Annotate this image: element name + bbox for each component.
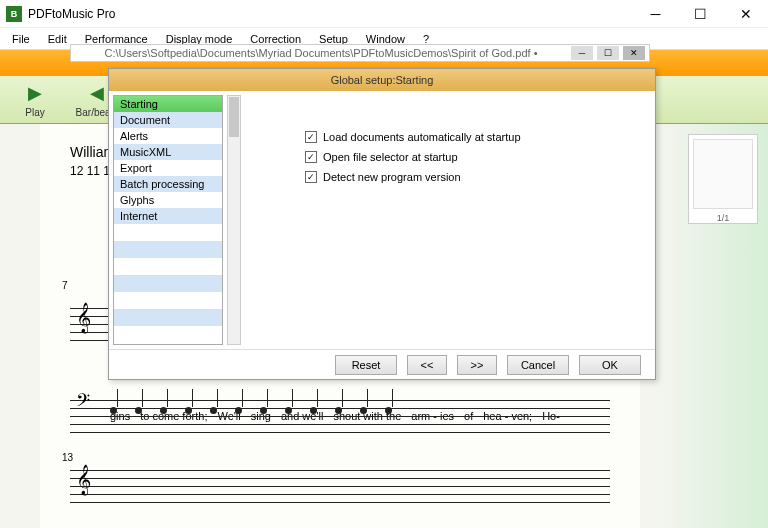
category-list[interactable]: Starting Document Alerts MusicXML Export… <box>113 95 223 345</box>
app-title: PDFtoMusic Pro <box>28 7 115 21</box>
dialog-button-row: Reset << >> Cancel OK <box>109 349 655 379</box>
checkbox-open-selector[interactable]: ✓ <box>305 151 317 163</box>
document-titlebar: C:\Users\Softpedia\Documents\Myriad Docu… <box>70 44 650 62</box>
score-system-3: 13 𝄞 <box>70 460 610 520</box>
app-icon: B <box>6 6 22 22</box>
category-document[interactable]: Document <box>114 112 222 128</box>
label-open-selector: Open file selector at startup <box>323 151 458 163</box>
thumbnail-page-1[interactable] <box>693 139 753 209</box>
menu-file[interactable]: File <box>4 31 38 47</box>
thumbnail-panel: 1/1 <box>688 134 758 224</box>
score-system-2: 𝄢 <box>70 390 610 450</box>
doc-close-button[interactable]: ✕ <box>623 46 645 60</box>
reset-button[interactable]: Reset <box>335 355 397 375</box>
category-musicxml[interactable]: MusicXML <box>114 144 222 160</box>
play-button[interactable]: ▶ Play <box>10 81 60 118</box>
prev-button[interactable]: << <box>407 355 447 375</box>
close-button[interactable]: ✕ <box>723 0 768 28</box>
maximize-button[interactable]: ☐ <box>678 0 723 28</box>
cancel-button[interactable]: Cancel <box>507 355 569 375</box>
document-path: C:\Users\Softpedia\Documents\Myriad Docu… <box>71 47 571 59</box>
category-batch[interactable]: Batch processing <box>114 176 222 192</box>
label-detect-version: Detect new program version <box>323 171 461 183</box>
category-starting[interactable]: Starting <box>114 96 222 112</box>
category-glyphs[interactable]: Glyphs <box>114 192 222 208</box>
minimize-button[interactable]: ─ <box>633 0 678 28</box>
play-label: Play <box>25 107 44 118</box>
next-button[interactable]: >> <box>457 355 497 375</box>
checkbox-load-docs[interactable]: ✓ <box>305 131 317 143</box>
play-icon: ▶ <box>23 81 47 105</box>
label-load-docs: Load documents automatically at startup <box>323 131 521 143</box>
ok-button[interactable]: OK <box>579 355 641 375</box>
category-scrollbar[interactable] <box>227 95 241 345</box>
doc-maximize-button[interactable]: ☐ <box>597 46 619 60</box>
category-export[interactable]: Export <box>114 160 222 176</box>
doc-minimize-button[interactable]: ─ <box>571 46 593 60</box>
global-setup-dialog: Global setup:Starting Starting Document … <box>108 68 656 380</box>
checkbox-detect-version[interactable]: ✓ <box>305 171 317 183</box>
dialog-title: Global setup:Starting <box>109 69 655 91</box>
barbeats-icon: ◀ <box>85 81 109 105</box>
titlebar: B PDFtoMusic Pro ─ ☐ ✕ <box>0 0 768 28</box>
category-internet[interactable]: Internet <box>114 208 222 224</box>
category-alerts[interactable]: Alerts <box>114 128 222 144</box>
thumbnail-page-label: 1/1 <box>689 213 757 223</box>
options-panel: ✓ Load documents automatically at startu… <box>245 91 655 349</box>
